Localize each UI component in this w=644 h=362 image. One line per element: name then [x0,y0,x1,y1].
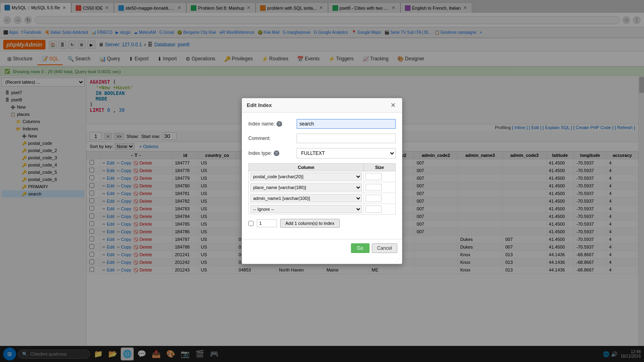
index-type-label: Index type: ? [248,150,297,156]
modal-footer: Go Cancel [242,239,402,257]
modal-col-row: admin_name1 [varchar(100)] [249,193,396,204]
add-col-count-input[interactable] [257,219,277,227]
col-size-header: Size [363,164,395,171]
add-col-row: Add 1 column(s) to index [248,219,396,228]
add-col-checkbox[interactable] [248,221,254,226]
index-type-select[interactable]: PRIMARY UNIQUE INDEX FULLTEXT [297,148,396,158]
index-type-row: Index type: ? PRIMARY UNIQUE INDEX FULLT… [248,148,396,158]
modal-col-select-cell: postal_code [varchar(20)] [249,171,364,182]
modal-col-select-cell: admin_name1 [varchar(100)] [249,193,364,204]
add-col-button[interactable]: Add 1 column(s) to index [280,219,340,228]
modal-col-row: place_name [varchar(180)] [249,182,396,193]
go-button[interactable]: Go [351,243,369,253]
index-name-help-icon[interactable]: ? [277,121,282,127]
columns-table: Column Size postal_code [varchar(20)] pl… [248,163,396,215]
index-name-label: Index name: ? [248,121,297,127]
modal-overlay: Edit Index ✕ Index name: ? Comment: Inde… [0,0,644,346]
col-col-header: Column [249,164,364,171]
modal-header: Edit Index ✕ [242,98,402,113]
modal-col-size-input[interactable] [365,184,382,191]
modal-col-select[interactable]: admin_name1 [varchar(100)] [250,194,362,202]
modal-col-size-cell [363,193,395,204]
cancel-button[interactable]: Cancel [372,243,397,253]
index-type-help-icon[interactable]: ? [274,150,279,156]
modal-col-size-input[interactable] [365,173,382,180]
index-name-row: Index name: ? [248,119,396,129]
comment-label: Comment: [248,136,297,141]
modal-col-select[interactable]: postal_code [varchar(20)] [250,173,362,181]
comment-row: Comment: [248,134,396,143]
modal-resize-handle[interactable]: ⋰ [242,257,402,264]
modal-col-size-input[interactable] [365,206,382,213]
modal-col-size-cell [363,204,395,215]
comment-input[interactable] [297,134,396,143]
modal-col-size-cell [363,171,395,182]
modal-col-row: postal_code [varchar(20)] [249,171,396,182]
modal-close-button[interactable]: ✕ [389,101,397,109]
modal-col-row: -- Ignore -- [249,204,396,215]
modal-col-select[interactable]: place_name [varchar(180)] [250,183,362,191]
modal-col-select-cell: place_name [varchar(180)] [249,182,364,193]
modal-col-select-cell: -- Ignore -- [249,204,364,215]
modal-col-body: postal_code [varchar(20)] place_name [va… [249,171,396,215]
modal-col-select[interactable]: -- Ignore -- [250,205,362,213]
modal-body: Index name: ? Comment: Index type: ? PRI… [242,113,402,239]
modal-title: Edit Index [247,102,272,108]
modal-col-size-input[interactable] [365,195,382,202]
modal-col-size-cell [363,182,395,193]
index-name-input[interactable] [297,119,396,129]
edit-index-modal: Edit Index ✕ Index name: ? Comment: Inde… [242,98,402,264]
